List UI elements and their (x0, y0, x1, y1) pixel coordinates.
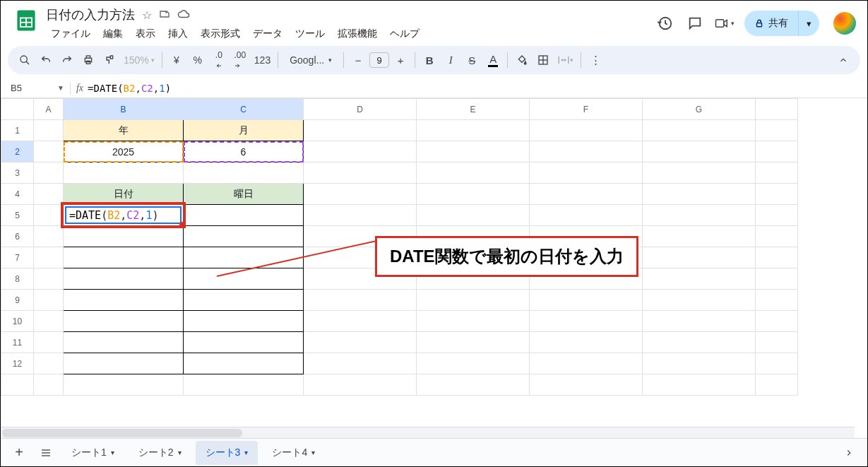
zoom-select[interactable]: 150% ▾ (121, 50, 157, 70)
row-header-8[interactable]: 8 (1, 268, 34, 290)
currency-button[interactable]: ¥ (167, 50, 186, 70)
cell-C6[interactable] (184, 226, 304, 247)
row-header-7[interactable]: 7 (1, 247, 34, 268)
cell-B9[interactable] (64, 290, 184, 311)
merge-button[interactable]: ▾ (554, 50, 576, 70)
cell-C4[interactable]: 曜日 (184, 184, 304, 205)
formula-toggle-handle[interactable] (179, 222, 185, 227)
cell-B2[interactable]: 2025 (64, 141, 184, 162)
cell-B5-editor[interactable]: =DATE(B2,C2,1) (65, 206, 182, 224)
menu-view[interactable]: 表示 (131, 25, 160, 43)
cell-C12[interactable] (184, 353, 304, 374)
font-select[interactable]: Googl... ▾ (283, 50, 339, 70)
sheet-tab-4[interactable]: シート4▾ (262, 441, 325, 465)
sheets-logo[interactable] (12, 6, 40, 35)
search-menus-icon[interactable] (15, 50, 35, 70)
account-avatar[interactable] (833, 12, 856, 35)
collapse-toolbar-icon[interactable] (833, 50, 853, 70)
cell-B10[interactable] (64, 311, 184, 332)
menu-file[interactable]: ファイル (46, 25, 95, 43)
cell-B1[interactable]: 年 (64, 120, 184, 141)
text-color-button[interactable]: A (483, 50, 503, 70)
name-box-dropdown-icon[interactable]: ▼ (57, 84, 70, 92)
add-sheet-button[interactable]: + (8, 442, 30, 464)
strike-button[interactable]: S (462, 50, 482, 70)
move-icon[interactable] (159, 8, 170, 22)
row-header-4[interactable]: 4 (1, 184, 34, 205)
cell-C2[interactable]: 6 (184, 141, 304, 162)
col-header-A[interactable]: A (34, 99, 64, 120)
row-header-1[interactable]: 1 (1, 120, 34, 141)
menu-edit[interactable]: 編集 (98, 25, 128, 43)
share-dropdown[interactable]: ▾ (798, 11, 819, 36)
decrease-decimal-button[interactable]: .0 (209, 50, 229, 70)
font-size-increase[interactable]: + (391, 50, 410, 70)
row-header-3[interactable]: 3 (1, 162, 34, 184)
cell-B6[interactable] (64, 226, 184, 247)
print-icon[interactable] (78, 50, 98, 70)
row-header-11[interactable]: 11 (1, 332, 34, 353)
col-header-G[interactable]: G (643, 99, 756, 120)
row-header-6[interactable]: 6 (1, 226, 34, 247)
col-header-edge[interactable] (756, 99, 798, 120)
cell-C5[interactable] (184, 205, 304, 226)
cell-B5[interactable]: =DATE(B2,C2,1) (64, 205, 184, 226)
spreadsheet-grid[interactable]: A B C D E F G 1年月 220256 3 4日付曜日 5 =DATE… (1, 98, 867, 413)
cell-B7[interactable] (64, 247, 184, 268)
paint-format-icon[interactable] (100, 50, 119, 70)
cell-C9[interactable] (184, 290, 304, 311)
history-icon[interactable] (655, 13, 675, 33)
meet-icon[interactable]: ▾ (715, 13, 735, 33)
col-header-C[interactable]: C (184, 99, 304, 120)
col-header-F[interactable]: F (530, 99, 643, 120)
name-box[interactable]: B5 (8, 81, 57, 95)
redo-icon[interactable] (57, 50, 77, 70)
undo-icon[interactable] (36, 50, 56, 70)
star-icon[interactable]: ☆ (142, 8, 152, 22)
cell-B12[interactable] (64, 353, 184, 374)
font-size-decrease[interactable]: − (348, 50, 368, 70)
comment-icon[interactable] (685, 13, 705, 33)
font-size-input[interactable]: 9 (369, 52, 389, 68)
more-toolbar-icon[interactable]: ⋮ (585, 50, 605, 70)
formula-input[interactable]: =DATE(B2,C2,1) (88, 83, 171, 94)
menu-tools[interactable]: ツール (290, 25, 330, 43)
cell-C1[interactable]: 月 (184, 120, 304, 141)
col-header-D[interactable]: D (304, 99, 417, 120)
col-header-B[interactable]: B (64, 99, 184, 120)
doc-title[interactable]: 日付の入力方法 (46, 6, 135, 23)
cell-C11[interactable] (184, 332, 304, 353)
cell-C7[interactable] (184, 247, 304, 268)
menu-help[interactable]: ヘルプ (385, 25, 424, 43)
share-button[interactable]: 共有 (744, 11, 798, 36)
select-all-corner[interactable] (1, 99, 34, 120)
sheet-tab-3[interactable]: シート3▾ (196, 441, 258, 465)
fill-color-button[interactable] (512, 50, 532, 70)
borders-button[interactable] (533, 50, 553, 70)
increase-decimal-button[interactable]: .00 (230, 50, 250, 70)
horizontal-scrollbar[interactable] (1, 427, 855, 438)
cell-B11[interactable] (64, 332, 184, 353)
menu-extensions[interactable]: 拡張機能 (333, 25, 382, 43)
cell-B8[interactable] (64, 268, 184, 290)
row-header-2[interactable]: 2 (1, 141, 34, 162)
number-format-button[interactable]: 123 (251, 50, 273, 70)
italic-button[interactable]: I (441, 50, 460, 70)
bold-button[interactable]: B (420, 50, 439, 70)
percent-button[interactable]: % (188, 50, 208, 70)
cell-B4[interactable]: 日付 (64, 184, 184, 205)
row-header-12[interactable]: 12 (1, 353, 34, 374)
all-sheets-button[interactable] (35, 442, 57, 464)
sheet-tab-1[interactable]: シート1▾ (61, 441, 124, 465)
row-header-9[interactable]: 9 (1, 290, 34, 311)
cell-C8[interactable] (184, 268, 304, 290)
col-header-E[interactable]: E (417, 99, 530, 120)
row-header-5[interactable]: 5 (1, 205, 34, 226)
cell-C10[interactable] (184, 311, 304, 332)
row-header-13[interactable] (1, 374, 34, 396)
row-header-10[interactable]: 10 (1, 311, 34, 332)
sheet-tab-2[interactable]: シート2▾ (129, 441, 191, 465)
menu-insert[interactable]: 挿入 (163, 25, 193, 43)
cloud-status-icon[interactable] (177, 8, 190, 22)
menu-format[interactable]: 表示形式 (196, 25, 245, 43)
